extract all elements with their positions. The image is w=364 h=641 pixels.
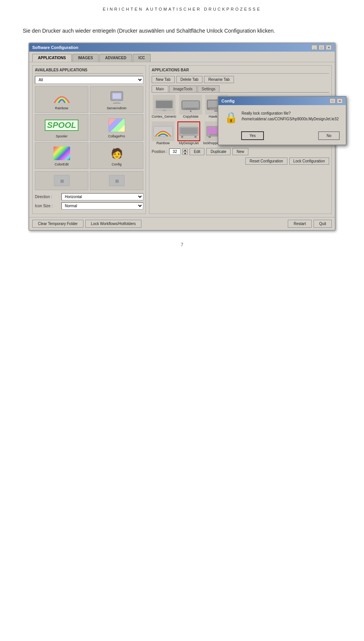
- intro-paragraph: Sie den Drucker auch wieder entriegeln (…: [23, 28, 275, 34]
- config-icon: 🧑: [108, 146, 126, 161]
- mydesignjet-label: MyDesignJet: [179, 141, 199, 145]
- apps-grid: Rainbow ServerAdmin: [35, 86, 143, 169]
- svg-rect-2: [115, 101, 119, 103]
- position-spinners: ▲ ▼: [182, 148, 188, 155]
- clear-temp-folder-button[interactable]: Clear Temporary Folder: [32, 220, 83, 228]
- mydesignjet-icon: [177, 121, 200, 141]
- copymate-label: CopyMate: [183, 115, 199, 118]
- config-rows: Direction : Horizontal Vertical Icon Siz…: [35, 193, 143, 209]
- window-controls: _ □ ✕: [311, 45, 332, 50]
- software-config-window: Software Configuration _ □ ✕ APPLICATION…: [28, 43, 336, 231]
- tab-bar: APPLICATIONS IMAGES ADVANCED ICC: [29, 52, 335, 62]
- rainbow2-label: Rainbow: [156, 141, 169, 145]
- window-title: Software Configuration: [32, 45, 78, 50]
- tab-icc[interactable]: ICC: [133, 54, 151, 62]
- serveradmin-icon: [108, 90, 126, 105]
- svg-text:▤: ▤: [60, 179, 63, 183]
- rainbow2-icon: [152, 121, 174, 141]
- app-label-rainbow: Rainbow: [55, 106, 68, 110]
- app-item-coloredit[interactable]: ColorEdit: [35, 142, 88, 169]
- left-panel: AVAILABLES APPLICATIONS All: [32, 65, 146, 214]
- close-button[interactable]: ✕: [326, 45, 332, 50]
- svg-point-15: [190, 110, 191, 112]
- lock-workflows-button[interactable]: Lock Workflows/Hotfolders: [85, 220, 141, 228]
- more-apps-row: ▤ ▤: [35, 171, 143, 190]
- right-panel: APPLICATIONS BAR New Tab Delete Tab Rena…: [149, 65, 332, 214]
- appbar-item-contex[interactable]: Contex_Generic: [152, 95, 176, 118]
- app-item-serveradmin[interactable]: ServerAdmin: [90, 86, 143, 113]
- dialog-message-line1: Really lock configuration file?: [242, 110, 339, 116]
- svg-text:▤: ▤: [115, 179, 118, 183]
- minimize-button[interactable]: _: [311, 45, 317, 50]
- duplicate-button[interactable]: Duplicate: [206, 148, 231, 155]
- direction-label: Direction :: [35, 195, 61, 199]
- appbar-item-mydesignjet[interactable]: MyDesignJet: [177, 121, 200, 145]
- svg-rect-9: [156, 101, 173, 108]
- position-down-button[interactable]: ▼: [182, 152, 188, 155]
- app-item-spooler[interactable]: SPOOL Spooler: [35, 114, 88, 141]
- app-label-collagepro: CollagePro: [108, 134, 125, 138]
- bottom-right-buttons: Restart Quit: [288, 220, 332, 228]
- appbar-item-rainbow2[interactable]: Rainbow: [152, 121, 174, 145]
- inner-tab-imagetools[interactable]: ImageTools: [169, 85, 197, 92]
- app-label-config: Config: [111, 162, 121, 166]
- svg-rect-3: [113, 103, 121, 104]
- position-row: Position : ▲ ▼ Edit Duplicate New: [152, 148, 329, 155]
- svg-rect-23: [182, 134, 196, 136]
- dialog-close-button[interactable]: ✕: [337, 98, 343, 104]
- edit-button[interactable]: Edit: [190, 148, 204, 155]
- position-up-button[interactable]: ▲: [182, 148, 188, 151]
- position-label: Position :: [152, 150, 167, 154]
- dialog-no-button[interactable]: No: [318, 131, 340, 140]
- app-label-coloredit: ColorEdit: [55, 162, 69, 166]
- window-body: AVAILABLES APPLICATIONS All: [29, 62, 335, 217]
- inner-tab-settings[interactable]: Settings: [198, 85, 220, 92]
- icon-size-dropdown[interactable]: Small Normal Large: [61, 202, 143, 209]
- collagepro-icon: [108, 118, 126, 133]
- app-item-extra2[interactable]: ▤: [90, 171, 143, 190]
- all-apps-dropdown[interactable]: All: [35, 76, 143, 84]
- tab-images[interactable]: IMAGES: [72, 54, 99, 62]
- page-number: 7: [0, 242, 364, 247]
- position-input[interactable]: [169, 148, 180, 155]
- dialog-message-line2: /home/caldera/.cas/CONFIGS/hp9000s:MyDes…: [242, 116, 339, 122]
- dialog-yes-button[interactable]: Yes: [241, 131, 264, 140]
- direction-dropdown[interactable]: Horizontal Vertical: [61, 193, 143, 200]
- app-item-extra1[interactable]: ▤: [35, 171, 88, 190]
- config-dialog: Config □ ✕ 🔒 Really lock configuration f…: [218, 96, 347, 145]
- delete-tab-button[interactable]: Delete Tab: [176, 76, 203, 83]
- apps-bar-title: APPLICATIONS BAR: [152, 68, 329, 74]
- restart-button[interactable]: Restart: [288, 220, 311, 228]
- dialog-body: 🔒 Really lock configuration file? /home/…: [218, 105, 346, 129]
- coloredit-icon: [53, 146, 71, 161]
- appbar-item-copymate[interactable]: CopyMate: [179, 95, 202, 118]
- app-label-spooler: Spooler: [56, 134, 67, 138]
- svg-rect-14: [185, 108, 197, 110]
- reset-config-button[interactable]: Reset Configuration: [245, 157, 287, 165]
- new-button[interactable]: New: [232, 148, 248, 155]
- app-item-rainbow[interactable]: Rainbow: [35, 86, 88, 113]
- dialog-maximize-button[interactable]: □: [329, 98, 336, 104]
- intro-text: Sie den Drucker auch wieder entriegeln (…: [23, 27, 341, 35]
- new-tab-button[interactable]: New Tab: [152, 76, 175, 83]
- maximize-button[interactable]: □: [318, 45, 325, 50]
- bar-buttons: New Tab Delete Tab Rename Tab: [152, 76, 329, 83]
- dialog-buttons: Yes No: [218, 129, 346, 145]
- svg-rect-1: [112, 93, 121, 99]
- dialog-controls: □ ✕: [329, 98, 343, 104]
- dropdown-row: All: [35, 76, 143, 84]
- quit-button[interactable]: Quit: [314, 220, 332, 228]
- tab-advanced[interactable]: ADVANCED: [99, 54, 132, 62]
- header-title: EINRICHTEN AUTOMATISCHER DRUCKPROZESSE: [103, 7, 261, 11]
- tab-applications[interactable]: APPLICATIONS: [32, 54, 72, 62]
- dialog-titlebar: Config □ ✕: [218, 97, 346, 105]
- rename-tab-button[interactable]: Rename Tab: [204, 76, 234, 83]
- direction-row: Direction : Horizontal Vertical: [35, 193, 143, 200]
- svg-rect-10: [157, 108, 172, 110]
- inner-tabs: Main ImageTools Settings: [152, 85, 329, 93]
- inner-tab-main[interactable]: Main: [152, 85, 168, 92]
- app-item-collagepro[interactable]: CollagePro: [90, 114, 143, 141]
- app-item-config[interactable]: 🧑 Config: [90, 142, 143, 169]
- spooler-icon: SPOOL: [53, 118, 71, 133]
- lock-config-button[interactable]: Lock Configuration: [289, 157, 329, 165]
